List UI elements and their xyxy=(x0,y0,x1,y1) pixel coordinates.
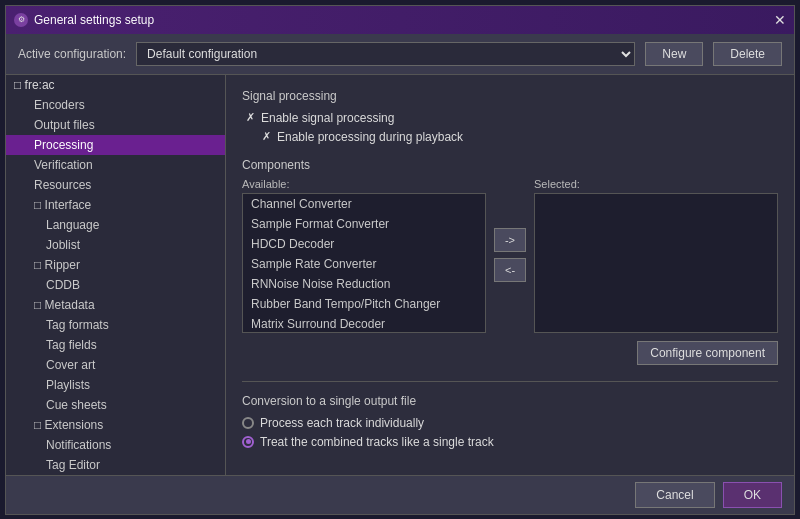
remove-arrow-button[interactable]: <- xyxy=(494,258,526,282)
list-item[interactable]: Rubber Band Tempo/Pitch Changer xyxy=(243,294,485,314)
available-list[interactable]: Channel Converter Sample Format Converte… xyxy=(242,193,486,333)
sidebar-item-processing[interactable]: Processing xyxy=(6,135,225,155)
new-button[interactable]: New xyxy=(645,42,703,66)
close-button[interactable]: ✕ xyxy=(774,12,786,28)
configure-btn-row: Configure component xyxy=(242,341,778,365)
sidebar-item-output-files[interactable]: Output files xyxy=(6,115,225,135)
list-item[interactable]: Sample Format Converter xyxy=(243,214,485,234)
radio-label-2: Treat the combined tracks like a single … xyxy=(260,435,494,449)
sidebar-item-verification[interactable]: Verification xyxy=(6,155,225,175)
sidebar-item-freac[interactable]: □ fre:ac xyxy=(6,75,225,95)
radio-option2[interactable] xyxy=(242,436,254,448)
config-label: Active configuration: xyxy=(18,47,126,61)
enable-playback-check[interactable]: ✗ xyxy=(262,130,271,143)
enable-signal-check[interactable]: ✗ xyxy=(246,111,255,124)
enable-playback-row: ✗ Enable processing during playback xyxy=(242,130,778,144)
title-bar: ⚙ General settings setup ✕ xyxy=(6,6,794,34)
bottom-bar: Cancel OK xyxy=(6,475,794,514)
selected-panel: Selected: xyxy=(534,178,778,333)
radio-row-2: Treat the combined tracks like a single … xyxy=(242,435,778,449)
sidebar-item-cddb[interactable]: CDDB xyxy=(6,275,225,295)
config-bar: Active configuration: Default configurat… xyxy=(6,34,794,75)
selected-list[interactable] xyxy=(534,193,778,333)
list-item[interactable]: Sample Rate Converter xyxy=(243,254,485,274)
sidebar-item-language[interactable]: Language xyxy=(6,215,225,235)
sidebar: □ fre:ac Encoders Output files Processin… xyxy=(6,75,226,475)
available-label: Available: xyxy=(242,178,486,190)
sidebar-item-joblist[interactable]: Joblist xyxy=(6,235,225,255)
sidebar-item-encoders[interactable]: Encoders xyxy=(6,95,225,115)
selected-label: Selected: xyxy=(534,178,778,190)
sidebar-item-resources[interactable]: Resources xyxy=(6,175,225,195)
enable-playback-label: Enable processing during playback xyxy=(277,130,463,144)
delete-button[interactable]: Delete xyxy=(713,42,782,66)
components-title: Components xyxy=(242,158,778,172)
add-arrow-button[interactable]: -> xyxy=(494,228,526,252)
enable-signal-label: Enable signal processing xyxy=(261,111,394,125)
components-section: Components Available: Channel Converter … xyxy=(242,158,778,365)
sidebar-item-cue-sheets[interactable]: Cue sheets xyxy=(6,395,225,415)
conversion-section: Conversion to a single output file Proce… xyxy=(242,381,778,449)
list-item[interactable]: HDCD Decoder xyxy=(243,234,485,254)
list-item[interactable]: Matrix Surround Decoder xyxy=(243,314,485,333)
signal-processing-title: Signal processing xyxy=(242,89,778,103)
components-row: Available: Channel Converter Sample Form… xyxy=(242,178,778,333)
window-title: General settings setup xyxy=(34,13,154,27)
arrow-buttons: -> <- xyxy=(494,228,526,282)
radio-row-1: Process each track individually xyxy=(242,416,778,430)
sidebar-item-tag-editor[interactable]: Tag Editor xyxy=(6,455,225,475)
sidebar-item-interface[interactable]: □ Interface xyxy=(6,195,225,215)
cancel-button[interactable]: Cancel xyxy=(635,482,714,508)
sidebar-item-metadata[interactable]: □ Metadata xyxy=(6,295,225,315)
main-window: ⚙ General settings setup ✕ Active config… xyxy=(5,5,795,515)
ok-button[interactable]: OK xyxy=(723,482,782,508)
content-panel: Signal processing ✗ Enable signal proces… xyxy=(226,75,794,475)
sidebar-item-cover-art[interactable]: Cover art xyxy=(6,355,225,375)
conversion-title: Conversion to a single output file xyxy=(242,394,778,408)
list-item[interactable]: RNNoise Noise Reduction xyxy=(243,274,485,294)
radio-option1[interactable] xyxy=(242,417,254,429)
sidebar-item-notifications[interactable]: Notifications xyxy=(6,435,225,455)
radio-label-1: Process each track individually xyxy=(260,416,424,430)
sidebar-item-extensions[interactable]: □ Extensions xyxy=(6,415,225,435)
configure-component-button[interactable]: Configure component xyxy=(637,341,778,365)
main-content: □ fre:ac Encoders Output files Processin… xyxy=(6,75,794,475)
sidebar-item-playlists[interactable]: Playlists xyxy=(6,375,225,395)
sidebar-item-ripper[interactable]: □ Ripper xyxy=(6,255,225,275)
config-select[interactable]: Default configuration xyxy=(136,42,635,66)
available-panel: Available: Channel Converter Sample Form… xyxy=(242,178,486,333)
app-icon: ⚙ xyxy=(14,13,28,27)
sidebar-item-tag-formats[interactable]: Tag formats xyxy=(6,315,225,335)
list-item[interactable]: Channel Converter xyxy=(243,194,485,214)
enable-signal-row: ✗ Enable signal processing xyxy=(242,111,778,125)
sidebar-item-tag-fields[interactable]: Tag fields xyxy=(6,335,225,355)
